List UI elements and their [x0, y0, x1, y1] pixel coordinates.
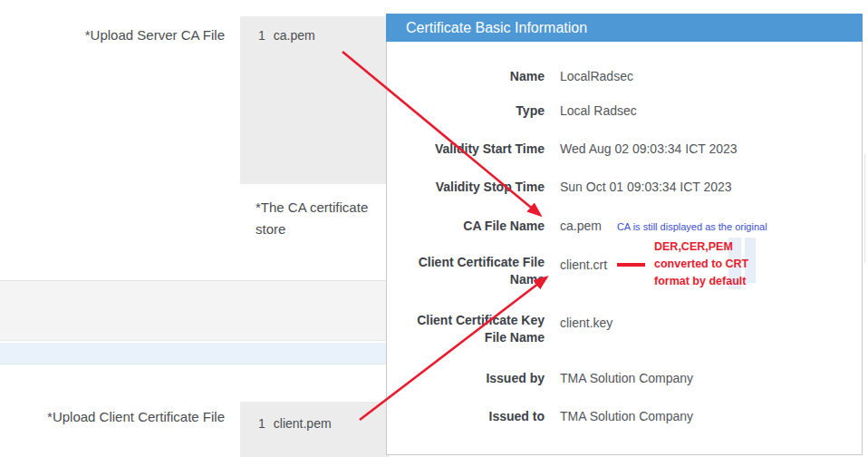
field-row-name: Name LocalRadsec	[387, 68, 862, 85]
ca-store-note-line2: store	[256, 219, 391, 240]
crt-conversion-note: DER,CER,PEM converted to CRT format by d…	[654, 238, 763, 290]
server-ca-label: *Upload Server CA File	[0, 27, 225, 43]
server-ca-upload-box[interactable]: 1ca.pem	[240, 16, 390, 184]
server-ca-file-count: 1	[258, 28, 265, 43]
form-row-band-blue	[0, 343, 390, 365]
client-cert-label: *Upload Client Certificate File	[0, 409, 225, 424]
field-row-validity-start: Validity Start Time Wed Aug 02 09:03:34 …	[387, 141, 862, 158]
ca-store-note-line1: *The CA certificate	[256, 197, 391, 219]
field-row-issued-by: Issued by TMA Solution Company	[387, 370, 862, 387]
field-label: Client Certificate Key File Name	[387, 312, 545, 346]
scrollbar-track[interactable]	[864, 154, 865, 263]
field-label: Type	[387, 102, 545, 120]
field-value: TMA Solution Company	[560, 370, 693, 387]
field-row-client-cert-file: Client Certificate File Name client.crt	[387, 254, 862, 288]
form-row-band-gray	[0, 280, 390, 341]
field-label: Validity Start Time	[387, 141, 545, 158]
field-value: client.key	[560, 315, 612, 332]
client-cert-upload-box[interactable]: 1client.pem	[240, 402, 390, 457]
client-cert-file-name: client.pem	[274, 416, 332, 431]
field-value: TMA Solution Company	[560, 408, 693, 425]
field-label: CA File Name	[387, 218, 545, 235]
field-row-validity-stop: Validity Stop Time Sun Oct 01 09:03:34 I…	[387, 179, 862, 196]
field-row-type: Type Local Radsec	[387, 102, 862, 120]
field-label: Client Certificate File Name	[387, 254, 545, 288]
ca-file-name-annotation: CA is still displayed as the original	[617, 221, 767, 232]
certificate-info-panel: Certificate Basic Information Name Local…	[386, 14, 863, 455]
field-row-client-cert-key: Client Certificate Key File Name client.…	[387, 312, 862, 346]
field-value: ca.pemCA is still displayed as the origi…	[560, 218, 767, 236]
client-cert-file-count: 1	[258, 416, 265, 431]
panel-title: Certificate Basic Information	[386, 14, 863, 42]
field-label: Issued to	[387, 408, 545, 425]
field-row-ca-file-name: CA File Name ca.pemCA is still displayed…	[387, 218, 862, 236]
field-value: LocalRadsec	[560, 68, 633, 85]
field-label: Name	[387, 68, 545, 85]
field-label: Validity Stop Time	[387, 179, 545, 196]
field-row-issued-to: Issued to TMA Solution Company	[387, 408, 862, 425]
ca-store-note: *The CA certificate store	[256, 197, 391, 240]
field-value: Wed Aug 02 09:03:34 ICT 2023	[560, 141, 738, 158]
server-ca-file-name: ca.pem	[274, 28, 315, 43]
field-label: Issued by	[387, 370, 545, 387]
ca-file-name-value: ca.pem	[560, 219, 602, 233]
field-value: client.crt	[560, 257, 607, 274]
field-value: Local Radsec	[560, 102, 637, 120]
field-value: Sun Oct 01 09:03:34 ICT 2023	[560, 179, 732, 196]
